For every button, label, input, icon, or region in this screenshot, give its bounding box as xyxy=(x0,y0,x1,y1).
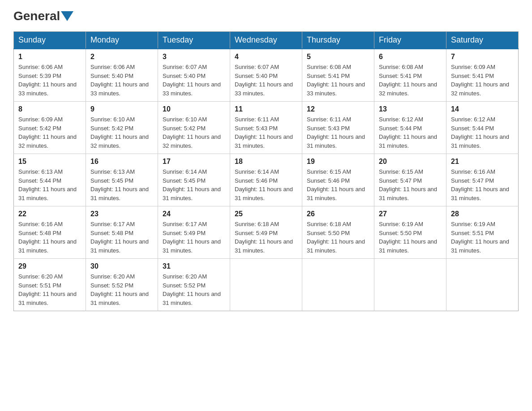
day-number: 31 xyxy=(163,262,225,270)
calendar-cell: 13Sunrise: 6:12 AMSunset: 5:44 PMDayligh… xyxy=(374,102,446,154)
calendar-cell: 11Sunrise: 6:11 AMSunset: 5:43 PMDayligh… xyxy=(230,102,302,154)
logo-general-text: General xyxy=(13,9,60,23)
day-info: Sunrise: 6:13 AMSunset: 5:44 PMDaylight:… xyxy=(18,167,81,202)
day-number: 27 xyxy=(379,210,442,218)
day-info: Sunrise: 6:20 AMSunset: 5:52 PMDaylight:… xyxy=(163,272,225,307)
weekday-header-thursday: Thursday xyxy=(302,32,374,49)
calendar-table: SundayMondayTuesdayWednesdayThursdayFrid… xyxy=(13,31,519,311)
logo: General xyxy=(13,9,74,23)
day-info: Sunrise: 6:17 AMSunset: 5:49 PMDaylight:… xyxy=(163,220,225,255)
day-number: 25 xyxy=(235,210,297,218)
calendar-cell: 23Sunrise: 6:17 AMSunset: 5:48 PMDayligh… xyxy=(86,206,158,259)
calendar-cell: 28Sunrise: 6:19 AMSunset: 5:51 PMDayligh… xyxy=(446,206,519,259)
logo-triangle-icon xyxy=(61,11,73,21)
calendar-cell: 15Sunrise: 6:13 AMSunset: 5:44 PMDayligh… xyxy=(14,154,86,206)
day-number: 16 xyxy=(90,158,153,166)
day-info: Sunrise: 6:08 AMSunset: 5:41 PMDaylight:… xyxy=(307,63,369,98)
day-number: 26 xyxy=(307,210,369,218)
day-number: 21 xyxy=(451,158,514,166)
calendar-cell: 21Sunrise: 6:16 AMSunset: 5:47 PMDayligh… xyxy=(446,154,519,206)
day-info: Sunrise: 6:06 AMSunset: 5:39 PMDaylight:… xyxy=(18,63,81,98)
calendar-cell: 31Sunrise: 6:20 AMSunset: 5:52 PMDayligh… xyxy=(158,259,230,311)
day-info: Sunrise: 6:13 AMSunset: 5:45 PMDaylight:… xyxy=(90,167,153,202)
day-info: Sunrise: 6:10 AMSunset: 5:42 PMDaylight:… xyxy=(90,115,153,150)
calendar-cell: 2Sunrise: 6:06 AMSunset: 5:40 PMDaylight… xyxy=(86,49,158,102)
calendar-cell xyxy=(374,259,446,311)
calendar-cell: 26Sunrise: 6:18 AMSunset: 5:50 PMDayligh… xyxy=(302,206,374,259)
calendar-cell: 27Sunrise: 6:19 AMSunset: 5:50 PMDayligh… xyxy=(374,206,446,259)
day-info: Sunrise: 6:14 AMSunset: 5:46 PMDaylight:… xyxy=(235,167,297,202)
day-number: 12 xyxy=(307,105,369,113)
weekday-header-tuesday: Tuesday xyxy=(158,32,230,49)
day-number: 24 xyxy=(163,210,225,218)
day-number: 30 xyxy=(90,262,153,270)
calendar-cell: 9Sunrise: 6:10 AMSunset: 5:42 PMDaylight… xyxy=(86,102,158,154)
day-number: 3 xyxy=(163,53,225,61)
day-number: 9 xyxy=(90,105,153,113)
day-number: 28 xyxy=(451,210,514,218)
day-number: 22 xyxy=(18,210,81,218)
calendar-cell: 20Sunrise: 6:15 AMSunset: 5:47 PMDayligh… xyxy=(374,154,446,206)
weekday-header-friday: Friday xyxy=(374,32,446,49)
calendar-week-row: 1Sunrise: 6:06 AMSunset: 5:39 PMDaylight… xyxy=(14,49,519,102)
day-number: 2 xyxy=(90,53,153,61)
day-info: Sunrise: 6:11 AMSunset: 5:43 PMDaylight:… xyxy=(307,115,369,150)
day-info: Sunrise: 6:11 AMSunset: 5:43 PMDaylight:… xyxy=(235,115,297,150)
day-info: Sunrise: 6:14 AMSunset: 5:45 PMDaylight:… xyxy=(163,167,225,202)
calendar-week-row: 15Sunrise: 6:13 AMSunset: 5:44 PMDayligh… xyxy=(14,154,519,206)
day-number: 1 xyxy=(18,53,81,61)
calendar-cell: 16Sunrise: 6:13 AMSunset: 5:45 PMDayligh… xyxy=(86,154,158,206)
day-number: 15 xyxy=(18,158,81,166)
day-number: 17 xyxy=(163,158,225,166)
day-number: 13 xyxy=(379,105,442,113)
calendar-cell: 3Sunrise: 6:07 AMSunset: 5:40 PMDaylight… xyxy=(158,49,230,102)
calendar-cell: 4Sunrise: 6:07 AMSunset: 5:40 PMDaylight… xyxy=(230,49,302,102)
calendar-cell: 25Sunrise: 6:18 AMSunset: 5:49 PMDayligh… xyxy=(230,206,302,259)
day-number: 14 xyxy=(451,105,514,113)
weekday-header-monday: Monday xyxy=(86,32,158,49)
day-number: 11 xyxy=(235,105,297,113)
calendar-cell: 22Sunrise: 6:16 AMSunset: 5:48 PMDayligh… xyxy=(14,206,86,259)
page-header: General xyxy=(13,9,519,23)
day-info: Sunrise: 6:18 AMSunset: 5:49 PMDaylight:… xyxy=(235,220,297,255)
day-info: Sunrise: 6:16 AMSunset: 5:47 PMDaylight:… xyxy=(451,167,514,202)
day-info: Sunrise: 6:16 AMSunset: 5:48 PMDaylight:… xyxy=(18,220,81,255)
day-info: Sunrise: 6:19 AMSunset: 5:51 PMDaylight:… xyxy=(451,220,514,255)
calendar-cell: 10Sunrise: 6:10 AMSunset: 5:42 PMDayligh… xyxy=(158,102,230,154)
calendar-cell: 6Sunrise: 6:08 AMSunset: 5:41 PMDaylight… xyxy=(374,49,446,102)
day-info: Sunrise: 6:19 AMSunset: 5:50 PMDaylight:… xyxy=(379,220,442,255)
calendar-cell: 30Sunrise: 6:20 AMSunset: 5:52 PMDayligh… xyxy=(86,259,158,311)
day-info: Sunrise: 6:10 AMSunset: 5:42 PMDaylight:… xyxy=(163,115,225,150)
weekday-header-sunday: Sunday xyxy=(14,32,86,49)
day-info: Sunrise: 6:09 AMSunset: 5:42 PMDaylight:… xyxy=(18,115,81,150)
day-info: Sunrise: 6:18 AMSunset: 5:50 PMDaylight:… xyxy=(307,220,369,255)
day-number: 18 xyxy=(235,158,297,166)
calendar-cell xyxy=(446,259,519,311)
day-info: Sunrise: 6:07 AMSunset: 5:40 PMDaylight:… xyxy=(235,63,297,98)
day-number: 29 xyxy=(18,262,81,270)
day-number: 8 xyxy=(18,105,81,113)
calendar-cell: 19Sunrise: 6:15 AMSunset: 5:46 PMDayligh… xyxy=(302,154,374,206)
day-number: 5 xyxy=(307,53,369,61)
day-number: 23 xyxy=(90,210,153,218)
calendar-cell: 8Sunrise: 6:09 AMSunset: 5:42 PMDaylight… xyxy=(14,102,86,154)
calendar-cell: 7Sunrise: 6:09 AMSunset: 5:41 PMDaylight… xyxy=(446,49,519,102)
calendar-cell xyxy=(302,259,374,311)
calendar-cell: 24Sunrise: 6:17 AMSunset: 5:49 PMDayligh… xyxy=(158,206,230,259)
calendar-cell: 17Sunrise: 6:14 AMSunset: 5:45 PMDayligh… xyxy=(158,154,230,206)
day-info: Sunrise: 6:07 AMSunset: 5:40 PMDaylight:… xyxy=(163,63,225,98)
day-info: Sunrise: 6:09 AMSunset: 5:41 PMDaylight:… xyxy=(451,63,514,98)
day-number: 20 xyxy=(379,158,442,166)
day-number: 7 xyxy=(451,53,514,61)
calendar-cell: 29Sunrise: 6:20 AMSunset: 5:51 PMDayligh… xyxy=(14,259,86,311)
calendar-cell: 1Sunrise: 6:06 AMSunset: 5:39 PMDaylight… xyxy=(14,49,86,102)
day-info: Sunrise: 6:17 AMSunset: 5:48 PMDaylight:… xyxy=(90,220,153,255)
day-info: Sunrise: 6:08 AMSunset: 5:41 PMDaylight:… xyxy=(379,63,442,98)
day-info: Sunrise: 6:20 AMSunset: 5:51 PMDaylight:… xyxy=(18,272,81,307)
day-number: 19 xyxy=(307,158,369,166)
calendar-week-row: 8Sunrise: 6:09 AMSunset: 5:42 PMDaylight… xyxy=(14,102,519,154)
day-info: Sunrise: 6:12 AMSunset: 5:44 PMDaylight:… xyxy=(451,115,514,150)
day-number: 6 xyxy=(379,53,442,61)
calendar-week-row: 29Sunrise: 6:20 AMSunset: 5:51 PMDayligh… xyxy=(14,259,519,311)
weekday-header-row: SundayMondayTuesdayWednesdayThursdayFrid… xyxy=(14,32,519,49)
